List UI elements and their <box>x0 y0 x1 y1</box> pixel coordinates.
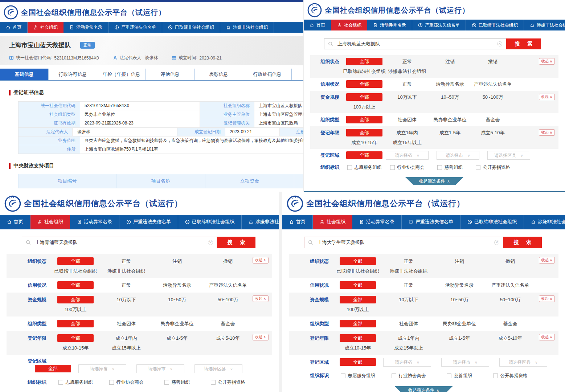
filter-option[interactable]: 严重违法失信名单 <box>202 281 253 290</box>
checkbox[interactable] <box>109 380 114 385</box>
nav-item-social-org[interactable]: 社会组织 <box>30 215 70 229</box>
nav-item-social-org[interactable]: 社会组织 <box>313 215 352 229</box>
filter-option[interactable]: 民办非企业单位 <box>152 319 202 328</box>
city-select[interactable]: 请选择市∨ <box>136 364 184 373</box>
filter-option-all[interactable]: 全部 <box>340 296 376 303</box>
filter-option[interactable]: 成立1-5年 <box>152 334 202 343</box>
checkbox-industry-assoc[interactable]: 行业协会商会 <box>383 373 434 379</box>
filter-option[interactable]: 50~100万 <box>471 93 514 102</box>
filter-option[interactable]: 基金会 <box>202 319 253 328</box>
nav-item-social-org[interactable]: 社会组织 <box>331 20 367 30</box>
filter-option[interactable]: 活动异常名录 <box>152 281 202 290</box>
filter-option[interactable]: 基金会 <box>485 319 536 328</box>
filter-option[interactable]: 100万以上 <box>343 103 386 111</box>
filter-option[interactable]: 注销 <box>152 257 202 266</box>
filter-option-all[interactable]: 全部 <box>340 320 376 327</box>
filter-option[interactable]: 已取缔非法社会组织 <box>343 68 386 75</box>
filter-option[interactable]: 涉嫌非法社会组织 <box>383 267 434 275</box>
filter-option-all[interactable]: 全部 <box>340 257 376 265</box>
filter-option[interactable]: 已取缔非法社会组织 <box>50 267 101 275</box>
checkbox[interactable] <box>164 380 169 385</box>
filter-option[interactable]: 成立10-15年 <box>343 139 386 147</box>
search-input[interactable] <box>318 240 494 245</box>
search-input[interactable] <box>35 240 208 245</box>
nav-item-home[interactable]: 首页 <box>0 215 30 229</box>
city-select[interactable]: 请选择市∨ <box>441 358 489 367</box>
checkbox[interactable] <box>390 165 395 170</box>
filter-option-all[interactable]: 全部 <box>57 320 94 327</box>
filter-option-all[interactable]: 全部 <box>346 93 382 101</box>
filter-option[interactable]: 成立1-5年 <box>429 128 471 137</box>
collapse-filters-button[interactable]: 收起筛选条件∧ <box>405 177 463 185</box>
tab-evaluation[interactable]: 评估信息 <box>146 69 195 80</box>
filter-option-all[interactable]: 全部 <box>57 257 94 265</box>
filter-option[interactable]: 10万以下 <box>386 93 429 102</box>
tab-basic-info[interactable]: 基础信息 <box>0 69 49 80</box>
filter-option[interactable]: 撤销 <box>485 257 536 266</box>
filter-option[interactable]: 严重违法失信名单 <box>485 281 536 290</box>
province-select[interactable]: 请选择省∨ <box>383 358 431 367</box>
checkbox-public-fundraising[interactable]: 公开募捐资格 <box>485 373 536 379</box>
checkbox[interactable] <box>447 373 451 378</box>
filter-option[interactable]: 正常 <box>386 57 429 66</box>
filter-option[interactable]: 注销 <box>434 257 485 266</box>
filter-option[interactable]: 10万以下 <box>101 295 152 304</box>
filter-option[interactable]: 涉嫌非法社会组织 <box>101 267 152 275</box>
filter-option-all[interactable]: 全部 <box>57 281 94 289</box>
filter-option[interactable]: 成立5-10年 <box>471 128 514 137</box>
filter-option[interactable]: 50~100万 <box>485 295 536 304</box>
search-button[interactable]: 搜 索 <box>503 237 542 248</box>
filter-option[interactable]: 10~50万 <box>152 295 202 304</box>
collapse-row-button[interactable]: 收起 ∧ <box>253 257 269 264</box>
filter-option[interactable]: 10~50万 <box>434 295 485 304</box>
filter-option[interactable]: 10~50万 <box>429 93 471 102</box>
checkbox-charity-org[interactable]: 慈善组织 <box>152 379 202 385</box>
filter-option[interactable]: 撤销 <box>202 257 253 266</box>
checkbox-industry-assoc[interactable]: 行业协会商会 <box>101 379 152 385</box>
filter-option-all[interactable]: 全部 <box>346 129 382 136</box>
filter-option-all[interactable]: 全部 <box>346 116 382 123</box>
filter-option[interactable]: 成立10-15年 <box>332 344 383 352</box>
clear-icon[interactable]: ✕ <box>208 240 213 245</box>
tab-commendation[interactable]: 表彰信息 <box>195 69 243 80</box>
filter-option[interactable]: 成立15年以上 <box>383 344 434 352</box>
filter-option[interactable]: 100万以上 <box>50 306 101 314</box>
nav-item-dishonest-list[interactable]: 严重违法失信名单 <box>402 215 460 229</box>
filter-option-all[interactable]: 全部 <box>340 281 376 289</box>
filter-option[interactable]: 撤销 <box>471 57 514 66</box>
filter-option-all[interactable]: 全部 <box>57 334 94 342</box>
filter-option[interactable]: 正常 <box>383 257 434 266</box>
filter-option[interactable]: 活动异常名录 <box>429 80 471 89</box>
collapse-filters-button[interactable]: 收起筛选条件∧ <box>395 386 453 392</box>
tab-admin-penalty[interactable]: 行政处罚信息 <box>243 69 292 80</box>
search-button[interactable]: 搜 索 <box>506 38 541 49</box>
filter-option-all[interactable]: 全部 <box>57 296 94 303</box>
checkbox[interactable] <box>211 380 216 385</box>
checkbox[interactable] <box>58 380 63 385</box>
checkbox-public-fundraising[interactable]: 公开募捐资格 <box>202 379 253 385</box>
filter-option-all[interactable]: 全部 <box>346 151 382 159</box>
clear-icon[interactable]: ✕ <box>497 41 502 46</box>
filter-option[interactable]: 民办非企业单位 <box>429 115 471 124</box>
filter-option[interactable]: 成立5-10年 <box>202 334 253 343</box>
district-select[interactable]: 请选择区县∨ <box>499 358 547 367</box>
collapse-row-button[interactable]: 收起 ∧ <box>539 94 555 100</box>
filter-option[interactable]: 社会团体 <box>386 115 429 124</box>
checkbox[interactable] <box>392 373 396 378</box>
checkbox[interactable] <box>493 373 498 378</box>
collapse-row-button[interactable]: 收起 ∧ <box>253 295 269 302</box>
filter-option[interactable]: 严重违法失信名单 <box>471 80 514 89</box>
nav-item-suspected-org[interactable]: 涉嫌非法社会组织 <box>524 20 565 30</box>
filter-option[interactable]: 正常 <box>101 281 152 290</box>
collapse-row-button[interactable]: 收起 ∧ <box>539 295 555 302</box>
collapse-row-button[interactable]: 收起 ∧ <box>253 334 269 340</box>
nav-item-banned-org[interactable]: 已取缔非法社会组织 <box>466 20 524 30</box>
filter-option[interactable]: 民办非企业单位 <box>434 319 485 328</box>
nav-item-banned-org[interactable]: 已取缔非法社会组织 <box>460 215 524 229</box>
checkbox-industry-assoc[interactable]: 行业协会商会 <box>386 164 429 171</box>
search-button[interactable]: 搜 索 <box>217 237 255 248</box>
nav-item-banned-org[interactable]: 已取缔非法社会组织 <box>178 215 242 229</box>
nav-item-home[interactable]: 首页 <box>0 22 28 33</box>
nav-item-dishonest-list[interactable]: 严重违法失信名单 <box>412 20 466 30</box>
filter-option[interactable]: 100万以上 <box>332 306 383 314</box>
